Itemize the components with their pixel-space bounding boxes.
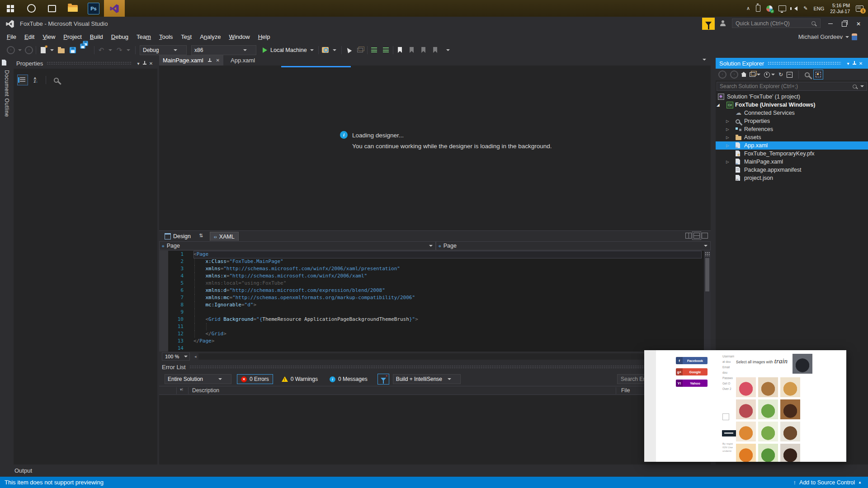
- tree-item-references[interactable]: ▷References: [716, 125, 868, 133]
- captcha-tile-strawberry-tart[interactable]: [736, 377, 756, 397]
- sync-with-active-document-button[interactable]: ↻: [778, 71, 783, 78]
- back-button[interactable]: ‹: [718, 70, 726, 79]
- column-file[interactable]: File: [621, 387, 630, 394]
- solution-explorer-search-input[interactable]: Search Solution Explorer (Ctrl+;): [717, 82, 867, 91]
- home-button[interactable]: [742, 72, 746, 77]
- code-line-8[interactable]: 8 mc:Ignorable="d">: [168, 301, 711, 309]
- pin-icon[interactable]: [852, 61, 857, 66]
- pen-input-icon[interactable]: ✎: [803, 5, 807, 11]
- expander-collapsed-icon[interactable]: ▷: [726, 117, 729, 125]
- code-line-2[interactable]: 2 x:Class="FoxTube.MainPage": [168, 258, 711, 265]
- window-position-dropdown[interactable]: ▾: [844, 61, 852, 66]
- menu-window[interactable]: Window: [225, 31, 254, 43]
- new-project-dropdown[interactable]: [47, 45, 57, 56]
- code-line-5[interactable]: 5 xmlns:local="using:FoxTube": [168, 280, 711, 287]
- horizontal-scrollbar[interactable]: [198, 353, 709, 360]
- code-line-9[interactable]: 9: [168, 309, 711, 316]
- minimize-button[interactable]: [824, 17, 837, 31]
- user-account[interactable]: Michael Gordeev: [798, 31, 857, 43]
- start-debugging-button[interactable]: Local Machine: [263, 47, 314, 53]
- code-line-12[interactable]: 12 </Grid>: [168, 330, 711, 338]
- horizontal-split-button[interactable]: [693, 233, 700, 239]
- uncomment-button[interactable]: [382, 45, 391, 56]
- scroll-left-arrow[interactable]: ◂: [194, 354, 197, 359]
- captcha-tile-orange-dessert[interactable]: [736, 422, 756, 441]
- facebook-login-button[interactable]: fFacebook: [676, 357, 708, 364]
- alphabetical-sort-button[interactable]: AZ↓: [31, 75, 41, 85]
- menu-build[interactable]: Build: [86, 31, 107, 43]
- code-line-4[interactable]: 4 xmlns:x="http://schemas.microsoft.com/…: [168, 272, 711, 280]
- warnings-filter-button[interactable]: 0 Warnings: [278, 374, 321, 384]
- previous-bookmark-button[interactable]: [407, 45, 416, 56]
- messages-filter-button[interactable]: i 0 Messages: [326, 374, 371, 384]
- captcha-tile-greens[interactable]: [758, 444, 778, 462]
- error-list-body[interactable]: [159, 395, 711, 465]
- xaml-code-editor[interactable]: 1<Page2 x:Class="FoxTube.MainPage"3 xmln…: [159, 251, 711, 352]
- captcha-tile-berry-cake[interactable]: [736, 399, 756, 419]
- navigate-back-button[interactable]: ‹: [6, 45, 15, 56]
- switch-views-button[interactable]: [750, 72, 760, 77]
- code-line-6[interactable]: 6 xmlns:d="http://schemas.microsoft.com/…: [168, 287, 711, 294]
- tree-item-assets[interactable]: ▷Assets: [716, 133, 868, 141]
- menu-help[interactable]: Help: [254, 31, 274, 43]
- menu-project[interactable]: Project: [59, 31, 86, 43]
- tree-item-foxtube-universal-windows-[interactable]: ◢C#FoxTube (Universal Windows): [716, 101, 868, 109]
- redo-dropdown[interactable]: [124, 45, 133, 56]
- collapse-all-button[interactable]: [787, 72, 793, 78]
- expander-collapsed-icon[interactable]: ▷: [726, 141, 729, 150]
- code-line-10[interactable]: 10 <Grid Background="{ThemeResource Appl…: [168, 316, 711, 323]
- window-position-dropdown[interactable]: ▾: [135, 61, 142, 66]
- swap-panes-button[interactable]: ⇅: [199, 233, 203, 239]
- expander-collapsed-icon[interactable]: ▷: [726, 158, 729, 166]
- menu-tools[interactable]: Tools: [155, 31, 177, 43]
- scrollbar-thumb[interactable]: [705, 258, 709, 291]
- quick-launch-input[interactable]: Quick Launch (Ctrl+Q): [732, 19, 821, 28]
- menu-analyze[interactable]: Analyze: [196, 31, 225, 43]
- menu-team[interactable]: Team: [132, 31, 155, 43]
- captcha-tile-pancakes[interactable]: [780, 377, 800, 397]
- code-line-1[interactable]: 1<Page: [168, 251, 711, 258]
- restore-button[interactable]: [837, 17, 851, 31]
- checkbox[interactable]: [722, 413, 729, 420]
- solution-explorer-header[interactable]: Solution Explorer ▾ ✕: [716, 58, 868, 69]
- open-file-button[interactable]: [57, 45, 66, 56]
- captcha-tile-salad-bowl[interactable]: [758, 422, 778, 441]
- cortana-button[interactable]: [21, 0, 42, 17]
- captcha-tile-bread-pudding[interactable]: [758, 377, 778, 397]
- output-window-tab[interactable]: Output: [14, 467, 32, 474]
- start-button[interactable]: [0, 0, 21, 17]
- action-center-icon[interactable]: 1: [856, 5, 863, 12]
- captcha-tile-green-salad[interactable]: [758, 399, 778, 419]
- tree-item-project-json[interactable]: project.json: [716, 174, 868, 182]
- taskbar-clock[interactable]: 5:16 PM 22-Jul-17: [830, 3, 850, 14]
- filter-button[interactable]: [377, 374, 389, 385]
- pin-icon[interactable]: [207, 58, 212, 63]
- display-network-icon[interactable]: [778, 5, 786, 11]
- task-view-button[interactable]: [42, 0, 62, 17]
- tree-item-properties[interactable]: ▷Properties: [716, 117, 868, 125]
- expander-collapsed-icon[interactable]: ▷: [726, 133, 729, 141]
- expander-collapsed-icon[interactable]: ▷: [726, 125, 729, 133]
- collapse-pane-button[interactable]: [702, 233, 708, 239]
- google-login-button[interactable]: g+Google: [676, 368, 708, 375]
- build-intellisense-combobox[interactable]: Build + IntelliSense: [393, 374, 461, 384]
- errors-filter-button[interactable]: ✕ 0 Errors: [237, 374, 273, 384]
- menu-debug[interactable]: Debug: [107, 31, 132, 43]
- clear-bookmarks-button[interactable]: [431, 45, 440, 56]
- save-all-button[interactable]: [81, 45, 92, 56]
- error-list-header[interactable]: Error List: [159, 361, 711, 372]
- security-status-icon[interactable]: [766, 5, 773, 12]
- design-view-tab[interactable]: Design: [161, 232, 194, 241]
- menu-file[interactable]: File: [3, 31, 20, 43]
- breadcrumb-element-left[interactable]: ‹› Page: [159, 241, 436, 250]
- menu-view[interactable]: View: [38, 31, 59, 43]
- usb-device-icon[interactable]: [756, 5, 760, 12]
- comment-button[interactable]: [370, 45, 379, 56]
- volume-icon[interactable]: [792, 6, 797, 11]
- editor-scrollbar[interactable]: [704, 251, 711, 352]
- property-pages-button[interactable]: [51, 75, 61, 85]
- navigate-back-dropdown[interactable]: [15, 45, 24, 56]
- language-indicator[interactable]: ENG: [813, 6, 824, 11]
- toggle-bookmark-button[interactable]: [396, 45, 405, 56]
- captcha-tile-oranges[interactable]: [736, 444, 756, 462]
